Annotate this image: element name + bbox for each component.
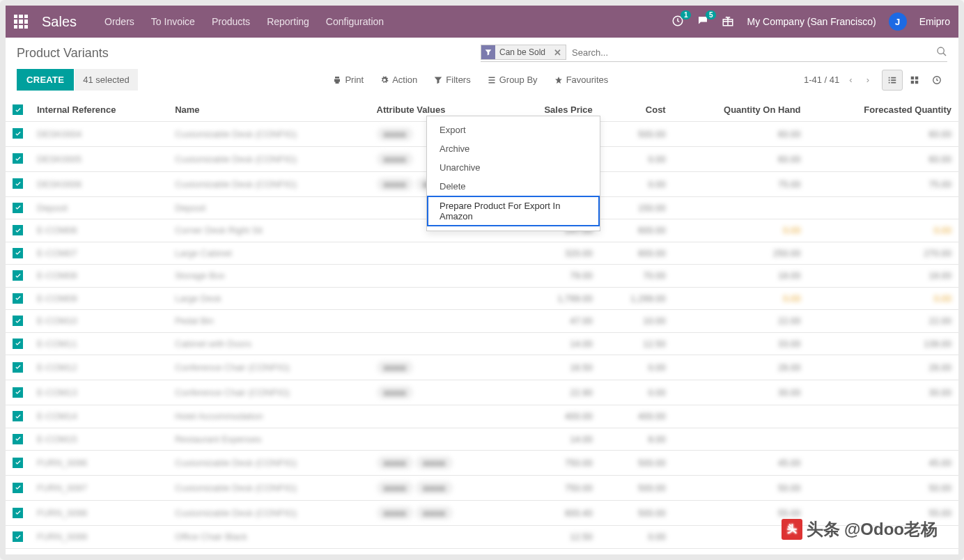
cell-price: 22.90	[507, 380, 600, 405]
table-row[interactable]: E-COM09Large Desk1,799.001,299.000.000.0…	[6, 287, 958, 310]
table-row[interactable]: E-COM08Storage Box79.0070.0018.0018.00	[6, 265, 958, 288]
cell-qoh: 50.00	[673, 476, 808, 501]
filters-button[interactable]: Filters	[434, 75, 470, 85]
row-checkbox[interactable]	[13, 339, 23, 349]
col-ref[interactable]: Internal Reference	[30, 99, 168, 121]
table-row[interactable]: E-COM13Conference Chair (CONFIG)xxxxx22.…	[6, 380, 958, 405]
table-row[interactable]: E-COM10Pedal Bin47.0010.0022.0022.00	[6, 310, 958, 333]
table-row[interactable]: E-COM14Hotel Accommodation400.00400.00	[6, 405, 958, 428]
cell-attrs	[370, 242, 508, 265]
select-all-checkbox[interactable]	[13, 104, 23, 115]
search-icon[interactable]	[936, 46, 947, 59]
filter-icon	[481, 45, 495, 59]
cell-cost: 400.00	[600, 405, 673, 428]
nav-products[interactable]: Products	[212, 16, 250, 27]
cell-name: Customizable Desk (CONFIG)	[168, 146, 369, 171]
cell-ref: E-COM15	[30, 428, 168, 451]
search-bar[interactable]: Can be Sold ✕	[481, 45, 947, 62]
view-activity-icon[interactable]	[926, 70, 947, 91]
row-checkbox[interactable]	[13, 531, 23, 542]
table-row[interactable]: FURN_0097Customizable Desk (CONFIG)xxxxx…	[6, 476, 958, 501]
cell-ref: FURN_0096	[30, 451, 168, 476]
cell-name: Customizable Desk (CONFIG)	[168, 171, 369, 196]
table-row[interactable]: FURN_0096Customizable Desk (CONFIG)xxxxx…	[6, 451, 958, 476]
activity-icon[interactable]: 1	[671, 15, 684, 29]
row-checkbox[interactable]	[13, 293, 23, 304]
action-prepare-amazon[interactable]: Prepare Product For Export In Amazon	[427, 196, 600, 226]
apps-icon[interactable]	[14, 15, 28, 29]
row-checkbox[interactable]	[13, 434, 23, 444]
view-kanban-icon[interactable]	[904, 70, 925, 91]
cell-cost: 500.00	[600, 501, 673, 526]
favourites-button[interactable]: Favourites	[554, 75, 609, 85]
action-unarchive[interactable]: Unarchive	[427, 158, 600, 177]
col-cost[interactable]: Cost	[600, 99, 673, 121]
cell-fq: 45.00	[808, 451, 958, 476]
company-selector[interactable]: My Company (San Francisco)	[747, 16, 876, 27]
search-input[interactable]	[566, 46, 936, 59]
row-checkbox[interactable]	[13, 508, 23, 518]
col-name[interactable]: Name	[168, 99, 369, 121]
create-button[interactable]: CREATE	[17, 69, 74, 91]
action-export[interactable]: Export	[427, 120, 600, 139]
cell-price: 1,799.00	[507, 287, 600, 310]
cell-qoh: 250.00	[673, 242, 808, 265]
nav-to-invoice[interactable]: To Invoice	[151, 16, 195, 27]
action-delete[interactable]: Delete	[427, 177, 600, 196]
cell-name: Storage Box	[168, 265, 369, 288]
gift-icon[interactable]	[722, 15, 734, 29]
row-checkbox[interactable]	[13, 248, 23, 258]
view-list-icon[interactable]	[882, 70, 903, 91]
discuss-icon[interactable]: 5	[697, 15, 709, 29]
row-checkbox[interactable]	[13, 458, 23, 468]
cell-name: Office Chair Black	[168, 526, 369, 549]
pager-range[interactable]: 1-41 / 41	[804, 75, 839, 85]
row-checkbox[interactable]	[13, 128, 23, 139]
table-row[interactable]: E-COM07Large Cabinet320.00800.00250.0027…	[6, 242, 958, 265]
cell-cost: 10.00	[600, 310, 673, 333]
user-avatar[interactable]: J	[889, 13, 907, 31]
cell-ref: DESK0005	[30, 146, 168, 171]
facet-remove[interactable]: ✕	[550, 47, 566, 58]
cell-qoh: 33.00	[673, 332, 808, 355]
facet-label: Can be Sold	[495, 47, 550, 57]
groupby-button[interactable]: Group By	[488, 75, 538, 85]
row-checkbox[interactable]	[13, 362, 23, 373]
app-brand[interactable]: Sales	[42, 14, 77, 30]
nav-reporting[interactable]: Reporting	[267, 16, 309, 27]
pager-prev[interactable]: ‹	[845, 72, 856, 88]
row-checkbox[interactable]	[13, 225, 23, 235]
cell-attrs	[370, 405, 508, 428]
table-row[interactable]: E-COM11Cabinet with Doors14.0012.5033.00…	[6, 332, 958, 355]
action-archive[interactable]: Archive	[427, 139, 600, 158]
username[interactable]: Emipro	[919, 16, 950, 27]
cell-name: Pedal Bin	[168, 310, 369, 333]
row-checkbox[interactable]	[13, 483, 23, 493]
row-checkbox[interactable]	[13, 411, 23, 421]
table-row[interactable]: E-COM12Conference Chair (CONFIG)xxxxx16.…	[6, 355, 958, 380]
row-checkbox[interactable]	[13, 387, 23, 398]
cell-name: Conference Chair (CONFIG)	[168, 355, 369, 380]
pager-next[interactable]: ›	[862, 72, 873, 88]
col-fq[interactable]: Forecasted Quantity	[808, 99, 958, 121]
nav-configuration[interactable]: Configuration	[326, 16, 384, 27]
col-qoh[interactable]: Quantity On Hand	[673, 99, 808, 121]
action-button[interactable]: Action	[380, 75, 417, 85]
cell-ref: FURN_0097	[30, 476, 168, 501]
row-checkbox[interactable]	[13, 203, 23, 213]
cell-price: 79.00	[507, 265, 600, 288]
cell-fq: 270.00	[808, 242, 958, 265]
svg-rect-3	[911, 76, 914, 79]
row-checkbox[interactable]	[13, 153, 23, 164]
cell-attrs	[370, 428, 508, 451]
cell-fq: 30.00	[808, 380, 958, 405]
table-row[interactable]: E-COM15Restaurant Expenses14.008.00	[6, 428, 958, 451]
cell-price: 750.00	[507, 476, 600, 501]
nav-orders[interactable]: Orders	[104, 16, 134, 27]
print-button[interactable]: Print	[333, 75, 364, 85]
row-checkbox[interactable]	[13, 178, 23, 189]
row-checkbox[interactable]	[13, 316, 23, 326]
row-checkbox[interactable]	[13, 270, 23, 281]
cell-qoh	[673, 196, 808, 219]
cell-price: 16.50	[507, 355, 600, 380]
